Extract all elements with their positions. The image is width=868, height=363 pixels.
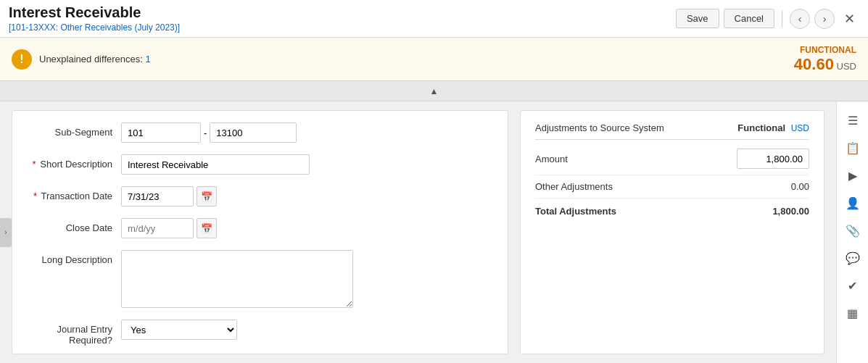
check-icon: ✔ <box>848 279 857 293</box>
collapse-bar[interactable]: ▲ <box>0 81 868 101</box>
right-sidebar: ☰ 📋 ▶ 👤 📎 💬 ✔ ▦ <box>836 101 868 363</box>
other-adj-row: Other Adjustments 0.00 <box>535 175 809 199</box>
trans-date-input[interactable] <box>121 186 194 206</box>
other-adj-label: Other Adjustments <box>535 181 613 192</box>
page-subtitle: [101-13XXX: Other Receivables (July 2023… <box>9 22 180 33</box>
trans-date-row: * Transaction Date 📅 <box>27 186 493 206</box>
attach-icon-button[interactable]: 📎 <box>840 217 866 243</box>
amount-row: Amount <box>535 143 809 175</box>
journal-row: Journal Entry Required? Yes No <box>27 320 493 346</box>
check-icon-button[interactable]: ✔ <box>840 272 866 299</box>
functional-col-header: Functional <box>737 122 785 133</box>
prev-nav-button[interactable]: ‹ <box>790 9 810 29</box>
functional-currency: USD <box>837 61 856 72</box>
other-adj-value: 0.00 <box>751 181 809 192</box>
right-panel: Adjustments to Source System Functional … <box>520 110 824 354</box>
trans-date-wrap: 📅 <box>121 186 217 206</box>
adj-title: Adjustments to Source System <box>535 122 664 133</box>
close-date-wrap: 📅 <box>121 218 217 238</box>
warning-text: Unexplained differences: 1 <box>39 54 151 64</box>
long-desc-row: Long Description <box>27 250 493 308</box>
warning-link[interactable]: 1 <box>145 54 150 64</box>
adj-col-headers: Functional USD <box>737 122 809 133</box>
total-adj-label: Total Adjustments <box>535 206 616 217</box>
chat-icon-button[interactable]: 💬 <box>840 245 866 271</box>
amount-label: Amount <box>535 154 568 164</box>
doc-icon-button[interactable]: 📋 <box>840 135 866 161</box>
close-button[interactable]: ✕ <box>839 9 859 29</box>
arrow-icon-button[interactable]: ▶ <box>840 162 866 188</box>
attach-icon: 📎 <box>846 224 860 238</box>
collapse-icon: ▲ <box>430 86 439 96</box>
trans-date-label: * Transaction Date <box>27 186 121 201</box>
chat-icon: 💬 <box>846 251 860 265</box>
person-icon: 👤 <box>846 196 860 210</box>
total-adj-value: 1,800.00 <box>772 206 809 217</box>
header-left: Interest Receivable [101-13XXX: Other Re… <box>9 4 180 33</box>
left-expand-button[interactable]: › <box>0 218 12 247</box>
warning-left: ! Unexplained differences: 1 <box>12 49 151 70</box>
close-date-label: Close Date <box>27 218 121 233</box>
functional-amount-row: 40.60 USD <box>794 55 856 74</box>
left-panel: Sub-Segment - * Short Description * Tran… <box>12 110 508 354</box>
person-icon-button[interactable]: 👤 <box>840 190 866 216</box>
divider <box>782 10 782 28</box>
long-desc-input[interactable] <box>121 250 353 308</box>
adj-header: Adjustments to Source System Functional … <box>535 122 809 140</box>
sub-segment-dash: - <box>204 128 207 138</box>
short-desc-input[interactable] <box>121 154 310 175</box>
header-bar: Interest Receivable [101-13XXX: Other Re… <box>0 0 868 38</box>
list-icon: ☰ <box>848 114 858 128</box>
short-desc-row: * Short Description <box>27 154 493 175</box>
list-icon-button[interactable]: ☰ <box>840 107 866 133</box>
grid-icon-button[interactable]: ▦ <box>840 300 866 326</box>
close-date-picker-button[interactable]: 📅 <box>197 218 217 238</box>
functional-box: FUNCTIONAL 40.60 USD <box>794 45 856 74</box>
required-star: * <box>33 159 36 170</box>
cancel-button[interactable]: Cancel <box>724 9 774 28</box>
sub-segment-input-1[interactable] <box>121 122 201 143</box>
amount-input[interactable] <box>737 149 809 169</box>
usd-col-header: USD <box>791 123 809 133</box>
journal-label: Journal Entry Required? <box>27 320 121 346</box>
grid-icon: ▦ <box>847 306 858 320</box>
trans-date-picker-button[interactable]: 📅 <box>197 186 217 206</box>
warning-banner: ! Unexplained differences: 1 FUNCTIONAL … <box>0 38 868 81</box>
functional-label: FUNCTIONAL <box>794 45 856 55</box>
journal-select[interactable]: Yes No <box>121 320 237 340</box>
sub-segment-input-2[interactable] <box>210 122 297 143</box>
doc-icon: 📋 <box>846 141 860 155</box>
sub-segment-inputs: - <box>121 122 297 143</box>
required-star-2: * <box>33 191 37 201</box>
close-date-input[interactable] <box>121 218 194 238</box>
arrow-icon: ▶ <box>848 169 857 183</box>
warning-icon: ! <box>12 49 32 70</box>
long-desc-label: Long Description <box>27 250 121 265</box>
sub-segment-row: Sub-Segment - <box>27 122 493 143</box>
close-date-row: Close Date 📅 <box>27 218 493 238</box>
sub-segment-label: Sub-Segment <box>27 122 121 138</box>
save-button[interactable]: Save <box>676 9 719 28</box>
next-nav-button[interactable]: › <box>814 9 835 29</box>
functional-amount: 40.60 <box>794 55 834 73</box>
total-adj-row: Total Adjustments 1,800.00 <box>535 199 809 220</box>
page-title: Interest Receivable <box>9 4 180 21</box>
header-actions: Save Cancel ‹ › ✕ <box>676 9 859 29</box>
short-desc-label: * Short Description <box>27 154 121 170</box>
